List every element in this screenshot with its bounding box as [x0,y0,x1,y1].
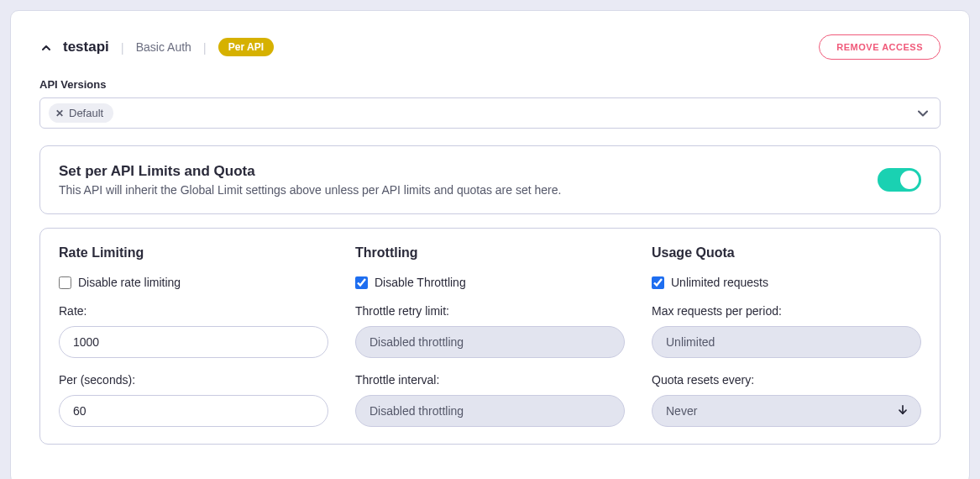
api-versions-section: API Versions ✕ Default [39,78,941,129]
max-requests-label: Max requests per period: [652,304,921,318]
limits-title: Set per API Limits and Quota [59,163,561,180]
per-seconds-label: Per (seconds): [59,373,328,387]
usage-quota-column: Usage Quota Unlimited requests Max reque… [652,245,921,427]
throttling-column: Throttling Disable Throttling Throttle r… [355,245,625,427]
quota-reset-select[interactable] [652,395,921,427]
disable-throttling-checkbox[interactable] [355,276,368,289]
rate-label: Rate: [59,304,328,318]
quota-reset-label: Quota resets every: [652,373,921,387]
collapse-icon[interactable] [39,41,51,53]
throttle-retry-label: Throttle retry limit: [355,304,625,318]
unlimited-requests-checkbox[interactable] [652,276,664,289]
disable-rate-limiting-row[interactable]: Disable rate limiting [59,276,328,289]
version-chip-default[interactable]: ✕ Default [49,103,113,123]
limits-toggle-card: Set per API Limits and Quota This API wi… [39,145,941,214]
separator: | [121,40,124,55]
limits-desc: This API will inherit the Global Limit s… [59,183,561,197]
version-chip-label: Default [69,107,103,119]
throttle-interval-label: Throttle interval: [355,373,625,387]
quota-reset-value[interactable] [652,395,921,427]
api-access-card: testapi | Basic Auth | Per API REMOVE AC… [10,10,970,479]
disable-throttling-row[interactable]: Disable Throttling [355,276,625,289]
per-api-badge: Per API [218,38,274,56]
auth-type: Basic Auth [136,40,191,54]
usage-quota-title: Usage Quota [652,245,921,261]
unlimited-requests-row[interactable]: Unlimited requests [652,276,921,289]
remove-access-button[interactable]: REMOVE ACCESS [819,34,941,60]
separator: | [203,40,207,55]
throttle-retry-input [355,326,625,358]
api-versions-label: API Versions [39,78,941,91]
limits-config-card: Rate Limiting Disable rate limiting Rate… [39,228,941,445]
rate-limiting-column: Rate Limiting Disable rate limiting Rate… [59,245,328,427]
toggle-knob [900,171,919,189]
per-seconds-input[interactable] [59,395,328,427]
api-name: testapi [63,39,109,55]
unlimited-requests-label: Unlimited requests [671,276,768,289]
disable-rate-limiting-label: Disable rate limiting [78,276,181,289]
rate-input[interactable] [59,326,328,358]
disable-throttling-label: Disable Throttling [375,276,466,289]
chevron-down-icon [914,105,931,122]
header-row: testapi | Basic Auth | Per API REMOVE AC… [39,34,941,60]
max-requests-input [652,326,921,358]
per-api-limits-toggle[interactable] [878,168,921,192]
remove-chip-icon[interactable]: ✕ [55,108,64,119]
throttling-title: Throttling [355,245,625,261]
api-versions-select[interactable]: ✕ Default [39,97,941,129]
header-left: testapi | Basic Auth | Per API [39,38,274,56]
rate-limiting-title: Rate Limiting [59,245,328,261]
disable-rate-limiting-checkbox[interactable] [59,276,71,289]
throttle-interval-input [355,395,625,427]
